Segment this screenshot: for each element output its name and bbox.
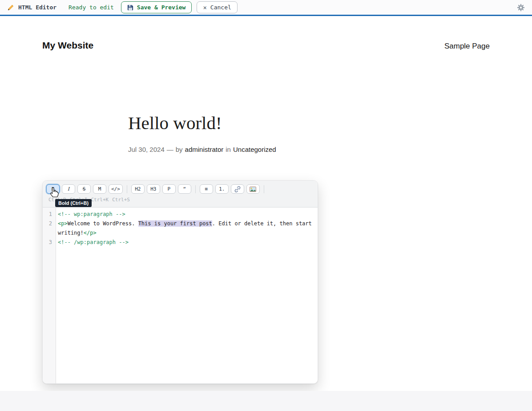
code-token-sel: This is your first post [138, 220, 212, 227]
shortcut-hint: Ctrl+K [91, 197, 109, 203]
code-editor[interactable]: 1<!-- wp:paragraph -->2<p>Welcome to Wor… [43, 208, 318, 383]
html-editor-panel: BISM</>H2H3P“≡1. Ctrl+BCtrl+ICtrl+KCtrl+… [42, 180, 318, 384]
code-token-comment: <!-- wp:paragraph --> [58, 211, 125, 217]
floppy-save-icon [127, 4, 133, 11]
toolbar-button-ordered-list[interactable]: 1. [215, 184, 229, 194]
toolbar-button-italic[interactable]: I [62, 184, 75, 194]
code-line: 1<!-- wp:paragraph --> [43, 210, 318, 219]
toolbar-button-heading-3[interactable]: H3 [147, 184, 160, 194]
post-title: Hello world! [128, 112, 413, 134]
topbar: HTML Editor Ready to edit Save & Preview… [0, 0, 532, 16]
code-line: 2<p>Welcome to WordPress. This is your f… [43, 219, 318, 238]
code-token-text: Welcome to WordPress. [68, 220, 138, 227]
category-prefix: in [226, 146, 231, 153]
toolbar-button-blockquote[interactable]: “ [178, 184, 191, 194]
post: Hello world! Jul 30, 2024 — by administr… [128, 112, 413, 153]
app-title: HTML Editor [18, 4, 56, 11]
screen: HTML Editor Ready to edit Save & Preview… [0, 0, 532, 411]
post-meta: Jul 30, 2024 — by administrator in Uncat… [128, 146, 413, 153]
code-lines: 1<!-- wp:paragraph -->2<p>Welcome to Wor… [43, 210, 318, 247]
toolbar-separator [127, 185, 127, 193]
save-preview-button[interactable]: Save & Preview [121, 1, 192, 13]
cancel-label: Cancel [210, 4, 231, 11]
link-icon [234, 186, 241, 193]
byline-prefix: by [176, 146, 183, 153]
settings-gear-icon[interactable] [517, 4, 525, 12]
author-link[interactable]: administrator [185, 146, 224, 153]
post-date: Jul 30, 2024 [128, 146, 165, 153]
toolbar-button-strikethrough[interactable]: S [77, 184, 91, 194]
code-line-content: <!-- /wp:paragraph --> [56, 238, 318, 247]
editor-toolbar: BISM</>H2H3P“≡1. Ctrl+BCtrl+ICtrl+KCtrl+… [43, 181, 318, 208]
toolbar-separator [195, 185, 196, 193]
pencil-icon [7, 4, 14, 11]
site-header: My Website Sample Page [42, 40, 490, 51]
bold-tooltip: Bold (Ctrl+B) [55, 199, 92, 207]
close-icon: × [203, 4, 206, 11]
toolbar-button-link[interactable] [231, 184, 244, 194]
meta-separator: — [167, 146, 173, 153]
toolbar-button-heading-2[interactable]: H2 [131, 184, 145, 194]
toolbar-separator [264, 185, 264, 193]
line-number: 1 [43, 210, 56, 219]
toolbar-button-paragraph[interactable]: P [162, 184, 176, 194]
save-preview-label: Save & Preview [137, 4, 186, 11]
code-token-tag: </p> [84, 230, 97, 236]
code-line-content: <p>Welcome to WordPress. This is your fi… [56, 219, 318, 238]
code-token-comment: <!-- /wp:paragraph --> [58, 239, 129, 245]
toolbar-button-image[interactable] [246, 184, 260, 194]
toolbar-button-monospace[interactable]: M [93, 184, 106, 194]
category-link[interactable]: Uncategorized [233, 146, 276, 153]
code-line: 3<!-- /wp:paragraph --> [43, 238, 318, 247]
site-title[interactable]: My Website [42, 40, 93, 51]
image-icon [250, 187, 256, 192]
editor-status: Ready to edit [69, 4, 114, 11]
toolbar-button-unordered-list[interactable]: ≡ [200, 184, 213, 194]
toolbar-button-code[interactable]: </> [109, 184, 123, 194]
nav-link-sample-page[interactable]: Sample Page [444, 42, 490, 51]
line-number: 3 [43, 238, 56, 247]
code-line-content: <!-- wp:paragraph --> [56, 210, 318, 219]
code-token-tag: <p> [58, 220, 68, 227]
toolbar-button-bold[interactable]: B [46, 184, 60, 194]
line-number: 2 [43, 219, 56, 238]
page-footer-area [0, 391, 532, 411]
cancel-button[interactable]: × Cancel [197, 1, 237, 13]
shortcut-hint: Ctrl+S [112, 197, 130, 203]
toolbar-row: BISM</>H2H3P“≡1. [46, 184, 314, 194]
